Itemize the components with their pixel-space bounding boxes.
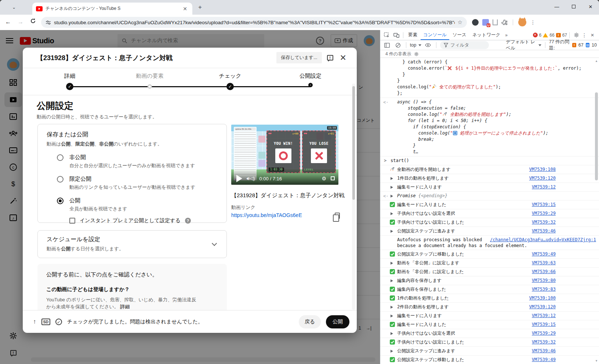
context-selector[interactable]: top	[410, 43, 421, 48]
source-link[interactable]: VM7539:100	[529, 295, 556, 301]
source-link[interactable]: VM7539:108	[529, 166, 556, 173]
send-feedback-icon[interactable]: !	[327, 55, 333, 60]
radio-icon[interactable]	[57, 154, 63, 161]
new-tab-button[interactable]: +	[198, 4, 202, 11]
reload-button[interactable]	[27, 16, 39, 28]
back-step-button[interactable]: 戻る	[299, 315, 321, 328]
radio-selected-icon[interactable]	[57, 198, 63, 204]
radio-private[interactable]: 非公開	[57, 154, 218, 161]
step-details[interactable]: 詳細✓	[40, 73, 99, 90]
source-link[interactable]: VM7539:32	[532, 339, 556, 345]
player-settings-gear-icon[interactable]: ⚙︎	[322, 176, 326, 181]
issues-badge-icon[interactable]: !	[556, 33, 561, 37]
browser-tab[interactable]: チャンネルのコンテンツ - YouTube S ✕	[32, 3, 192, 15]
expand-triangle-icon[interactable]	[391, 195, 393, 198]
radio-unlisted[interactable]: 限定公開	[57, 176, 218, 183]
tab-search-chevron-icon[interactable]: ⌄	[10, 4, 18, 11]
scroll-up-icon[interactable]: ▲	[595, 59, 598, 63]
expand-triangle-icon[interactable]	[391, 262, 393, 265]
site-info-icon[interactable]	[46, 20, 51, 25]
source-link[interactable]: VM7539:12	[532, 184, 556, 190]
expand-triangle-icon[interactable]	[391, 279, 393, 282]
expand-triangle-icon[interactable]	[391, 212, 393, 215]
tab-sources[interactable]: ソース	[450, 30, 469, 40]
source-link[interactable]: VM7539:120	[529, 175, 556, 181]
bookmark-flag-icon[interactable]	[493, 19, 498, 25]
source-link[interactable]: VM7539:15	[532, 321, 556, 328]
premiere-help-icon[interactable]: ?	[185, 218, 191, 224]
tab-network[interactable]: ネットワーク	[470, 30, 503, 40]
device-toolbar-icon[interactable]	[392, 31, 401, 39]
eye-icon[interactable]	[424, 41, 432, 49]
scroll-down-icon[interactable]: ▼	[595, 359, 598, 363]
source-link[interactable]: VM7539:66	[532, 269, 556, 275]
url-text[interactable]: studio.youtube.com/channel/UCDAcg3naFuOZ…	[54, 20, 455, 25]
forward-button[interactable]: →	[15, 16, 26, 28]
clear-console-icon[interactable]	[393, 41, 402, 49]
instant-premiere-row[interactable]: インスタント プレミア公開として設定する ?	[69, 217, 218, 224]
tab-close-icon[interactable]: ✕	[181, 6, 189, 12]
url-bar[interactable]: studio.youtube.com/channel/UCDAcg3naFuOZ…	[41, 17, 467, 28]
radio-public[interactable]: 公開	[57, 197, 218, 204]
problems-issue-icon[interactable]: !	[572, 43, 576, 47]
window-close-button[interactable]: ✕	[582, 0, 599, 15]
video-link[interactable]: https://youtu.be/mjaTAOGs6eE	[231, 212, 338, 218]
dialog-close-icon[interactable]: ✕	[338, 53, 348, 63]
source-link[interactable]: VM7539:49	[532, 251, 556, 257]
expand-triangle-icon[interactable]	[391, 177, 393, 180]
extensions-puzzle-icon[interactable]	[501, 19, 508, 26]
devtools-scrollbar-thumb[interactable]	[595, 92, 598, 180]
devtools-menu-icon[interactable]: ⋮	[581, 32, 587, 38]
source-link[interactable]: VM7539:63	[532, 260, 556, 266]
tab-elements[interactable]: 要素	[406, 30, 420, 40]
devtools-close-icon[interactable]: ✕	[588, 31, 597, 39]
source-link[interactable]: VM7539:29	[532, 210, 556, 217]
devtools-settings-gear-icon[interactable]	[572, 31, 581, 39]
volume-icon[interactable]: 🔊︎◁)	[247, 176, 255, 181]
expand-triangle-icon[interactable]	[391, 315, 393, 317]
source-link[interactable]: /channel/UCDAcg3naFu…udvid=VxKEED7Zjrg:1	[490, 237, 596, 243]
publish-button[interactable]: 公開	[326, 315, 349, 328]
devtools-scrollbar[interactable]: ▲ ▼	[595, 59, 598, 363]
step-visibility[interactable]: 公開設定	[281, 73, 340, 87]
source-link[interactable]: VM7539:80	[532, 277, 556, 284]
play-icon[interactable]	[236, 175, 242, 182]
console-sidebar-icon[interactable]	[382, 41, 391, 49]
more-tabs-icon[interactable]: »	[504, 33, 509, 38]
fullscreen-icon[interactable]	[331, 176, 335, 181]
tab-console[interactable]: コンソール	[421, 30, 449, 40]
step-checks[interactable]: チェック✓	[201, 73, 259, 90]
browser-menu-icon[interactable]: ⋮	[530, 19, 536, 25]
extension-u-icon[interactable]	[482, 19, 489, 26]
problems-message-icon[interactable]: ▤	[586, 43, 590, 47]
source-link[interactable]: VM7539:15	[532, 202, 556, 208]
profile-avatar[interactable]	[518, 18, 526, 26]
expand-triangle-icon[interactable]	[391, 230, 393, 233]
expand-triangle-icon[interactable]	[391, 332, 393, 335]
expand-triangle-icon[interactable]	[391, 350, 393, 353]
error-badge-icon[interactable]: ✕	[533, 33, 538, 37]
source-link[interactable]: VM7539:120	[529, 304, 556, 310]
log-level-selector[interactable]: デフォルト レベル	[506, 39, 541, 51]
console-filter-input[interactable]: フィルタ	[440, 41, 489, 49]
expand-triangle-icon[interactable]	[391, 306, 393, 309]
step-video-elements[interactable]: 動画の要素	[120, 73, 179, 89]
copy-link-icon[interactable]	[335, 213, 340, 219]
warning-badge-icon[interactable]	[543, 33, 548, 37]
minimize-button[interactable]: —	[548, 0, 565, 15]
source-link[interactable]: VM7539:46	[532, 228, 556, 234]
radio-icon[interactable]	[57, 176, 63, 183]
source-link[interactable]: VM7539:32	[532, 219, 556, 225]
console-log-area[interactable]: } catch (error) { console.error(` ${i + …	[380, 58, 599, 364]
source-link[interactable]: VM7539:12	[532, 313, 556, 319]
maximize-button[interactable]	[565, 0, 582, 15]
back-button[interactable]: ←	[2, 16, 14, 28]
checkbox-icon[interactable]	[69, 218, 75, 224]
hidden-settings-gear-icon[interactable]	[414, 52, 419, 56]
schedule-box[interactable]: スケジュールを設定 動画を公開する日付を選択します。	[37, 230, 227, 258]
learn-more-link[interactable]: 詳細	[120, 304, 130, 309]
extension-icon[interactable]	[472, 19, 479, 26]
source-link[interactable]: VM7539:83	[532, 286, 556, 293]
dialog-scrollbar[interactable]	[352, 84, 355, 310]
source-link[interactable]: VM7539:46	[532, 348, 556, 354]
